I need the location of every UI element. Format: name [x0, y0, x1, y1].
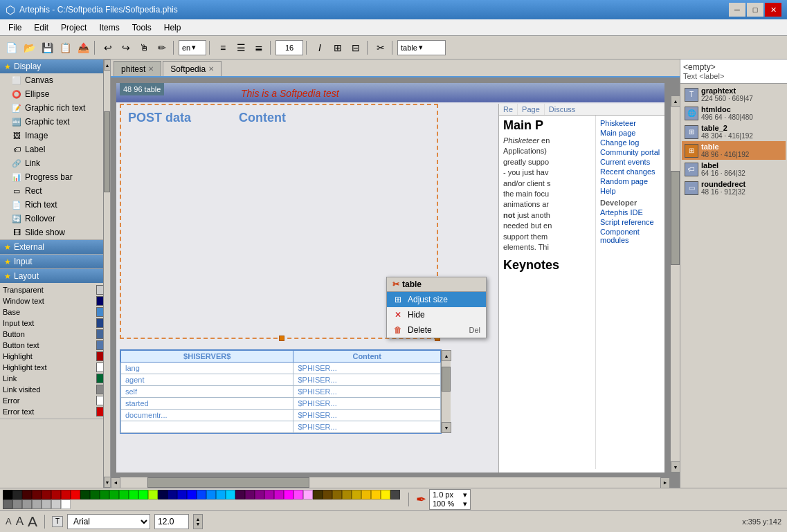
save-button[interactable]: 💾 — [39, 39, 55, 56]
ctx-adjust-size[interactable]: ⊞ Adjust size — [387, 292, 486, 307]
italic-button[interactable]: I — [311, 39, 328, 56]
scroll-up-btn[interactable]: ▲ — [671, 95, 680, 107]
wiki-link-mainpage[interactable]: Main page — [596, 128, 664, 138]
wiki-link-components[interactable]: Component modules — [596, 227, 664, 245]
new-button[interactable]: 📄 — [3, 39, 19, 56]
select-button[interactable]: 🖱 — [136, 39, 152, 56]
color-swatch-bar-42[interactable] — [12, 499, 22, 509]
sidebar-item-graphic-rich-text[interactable]: 📝Graphic rich text — [0, 101, 110, 115]
color-swatch-bar-29[interactable] — [284, 490, 293, 499]
menu-items[interactable]: Items — [93, 21, 125, 34]
tab-softpedia-close[interactable]: ✕ — [208, 65, 214, 73]
menu-edit[interactable]: Edit — [28, 21, 54, 34]
sidebar-item-label[interactable]: 🏷Label — [0, 143, 110, 156]
stroke-size-arrow[interactable]: ▾ — [463, 490, 467, 499]
element-item-label[interactable]: 🏷 label 64 16 · 864|32 — [682, 160, 786, 178]
color-swatch-bar-44[interactable] — [32, 499, 42, 509]
color-swatch-bar-37[interactable] — [361, 490, 371, 499]
color-swatch-bar-35[interactable] — [342, 490, 352, 499]
sidebar-item-link[interactable]: 🔗Link — [0, 156, 110, 170]
sidebar-section-display-header[interactable]: ★ Display — [0, 59, 110, 73]
wiki-link-events[interactable]: Current events — [596, 157, 664, 167]
color-swatch-bar-33[interactable] — [323, 490, 332, 499]
sidebar-item-slide-show[interactable]: 🎞Slide show — [0, 226, 110, 239]
open-button[interactable]: 📂 — [21, 39, 37, 56]
sidebar-scrollbar[interactable]: ▲ ▼ — [103, 59, 110, 488]
color-swatch-bar-16[interactable] — [158, 490, 168, 499]
wiki-link-changelog[interactable]: Change log — [596, 138, 664, 147]
table-button[interactable]: ⊟ — [347, 39, 364, 56]
wiki-link-help[interactable]: Help — [596, 186, 664, 196]
layout-label-3[interactable]: Input text — [3, 319, 96, 327]
grid-button[interactable]: ⊞ — [329, 39, 346, 56]
canvas-scrollbar-v[interactable]: ▲ ▼ — [670, 95, 680, 473]
layout-label-6[interactable]: Highlight — [3, 352, 96, 360]
color-swatch-bar-13[interactable] — [129, 490, 138, 499]
color-swatch-bar-46[interactable] — [51, 499, 61, 509]
sidebar-section-layout-header[interactable]: ★ Layout — [0, 269, 110, 283]
color-swatch-bar-43[interactable] — [22, 499, 32, 509]
layout-label-0[interactable]: Transparent — [3, 286, 96, 294]
color-swatch-bar-27[interactable] — [264, 490, 274, 499]
color-swatch-bar-38[interactable] — [371, 490, 381, 499]
color-swatch-bar-26[interactable] — [255, 490, 264, 499]
color-swatch-bar-19[interactable] — [187, 490, 197, 499]
handle-bottom-center[interactable] — [279, 336, 284, 341]
color-swatch-bar-9[interactable] — [90, 490, 100, 499]
color-swatch-bar-39[interactable] — [381, 490, 390, 499]
text-style-button[interactable]: T — [52, 516, 63, 527]
color-swatch-bar-22[interactable] — [216, 490, 226, 499]
table-type-selector[interactable]: table ▾ — [397, 40, 446, 55]
color-swatch-bar-2[interactable] — [22, 490, 32, 499]
minimize-button[interactable]: ─ — [729, 3, 745, 17]
align-left-button[interactable]: ≡ — [215, 39, 231, 56]
color-swatch-bar-17[interactable] — [168, 490, 177, 499]
layout-label-4[interactable]: Button — [3, 330, 96, 338]
sidebar-item-ellipse[interactable]: ⭕Ellipse — [0, 87, 110, 101]
sidebar-item-graphic-text[interactable]: 🔤Graphic text — [0, 115, 110, 129]
color-swatch-bar-1[interactable] — [12, 490, 22, 499]
font-large-a[interactable]: A — [28, 513, 37, 530]
layout-label-10[interactable]: Error — [3, 396, 96, 405]
tab-phitest-close[interactable]: ✕ — [148, 65, 154, 73]
scroll-down-btn[interactable]: ▼ — [671, 461, 680, 473]
wiki-link-script[interactable]: Script reference — [596, 217, 664, 227]
font-size-input[interactable]: 12.0 — [154, 514, 189, 529]
layout-label-1[interactable]: Window text — [3, 297, 96, 305]
element-item-roundedrect[interactable]: ▭ roundedrect 48 16 · 912|32 — [682, 178, 786, 197]
fontsize-input[interactable]: 16 — [275, 40, 303, 55]
scroll-thumb-h[interactable] — [147, 477, 309, 488]
scroll-thumb-v[interactable] — [671, 171, 680, 265]
color-swatch-bar-4[interactable] — [42, 490, 51, 499]
wiki-link-ide[interactable]: Artephis IDE — [596, 208, 664, 217]
redo-button[interactable]: ↪ — [118, 39, 134, 56]
draw-button[interactable]: ✏ — [154, 39, 170, 56]
color-swatch-bar-32[interactable] — [313, 490, 323, 499]
export-button[interactable]: 📤 — [75, 39, 91, 56]
color-swatch-bar-7[interactable] — [71, 490, 80, 499]
sidebar-item-rect[interactable]: ▭Rect — [0, 184, 110, 198]
align-right-button[interactable]: ≣ — [251, 39, 267, 56]
wiki-tab-page[interactable]: Page — [518, 104, 545, 115]
color-swatch-bar-41[interactable] — [3, 499, 12, 509]
color-swatch-bar-12[interactable] — [119, 490, 129, 499]
wiki-link-random[interactable]: Random page — [596, 176, 664, 186]
sidebar-item-rollover[interactable]: 🔄Rollover — [0, 212, 110, 226]
color-swatch-bar-20[interactable] — [197, 490, 206, 499]
wiki-tab-re[interactable]: Re — [499, 104, 518, 115]
close-button[interactable]: ✕ — [765, 3, 781, 17]
layout-label-7[interactable]: Highlight text — [3, 363, 96, 372]
color-swatch-bar-36[interactable] — [352, 490, 361, 499]
saveas-button[interactable]: 📋 — [57, 39, 73, 56]
font-name-select[interactable]: Arial — [67, 514, 150, 529]
undo-button[interactable]: ↩ — [100, 39, 116, 56]
color-swatch-bar-14[interactable] — [138, 490, 148, 499]
color-swatch-bar-23[interactable] — [226, 490, 235, 499]
element-item-table_2[interactable]: ⊞ table_2 48 304 · 416|192 — [682, 122, 786, 141]
color-swatch-bar-5[interactable] — [51, 490, 61, 499]
color-swatch-bar-25[interactable] — [245, 490, 255, 499]
element-item-htmldoc[interactable]: 🌐 htmldoc 496 64 · 480|480 — [682, 104, 786, 122]
maximize-button[interactable]: □ — [747, 3, 763, 17]
layout-label-9[interactable]: Link visited — [3, 385, 96, 394]
language-selector[interactable]: en ▾ — [179, 40, 206, 55]
